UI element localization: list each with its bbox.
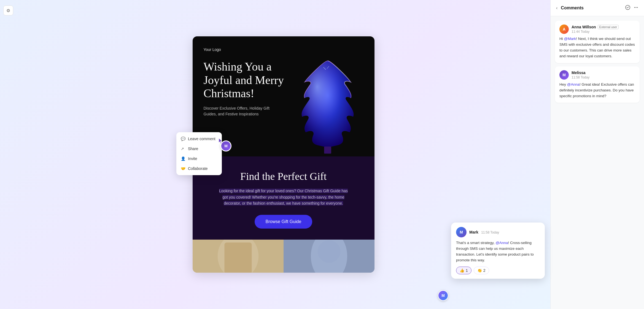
comment-name-row-melissa: Melissa [572, 71, 589, 75]
gift-section-text: Looking for the ideal gift for your love… [217, 188, 350, 206]
comment-meta-melissa: Melissa 11:58 Today [572, 71, 589, 79]
product-thumb-2 [284, 240, 374, 273]
svg-point-10 [634, 7, 635, 8]
comments-panel-title: Comments [561, 6, 584, 10]
comments-panel: ‹ Comments A [550, 0, 644, 309]
svg-rect-0 [324, 147, 331, 154]
floating-commenter-name: Mark [469, 230, 478, 234]
share-icon: ↗ [181, 147, 185, 151]
thumbs-up-count: 1 [466, 268, 468, 273]
comment-time-melissa: 11:58 Today [572, 75, 589, 79]
comment-icon: 💬 [181, 137, 185, 141]
comment-meta-anna: Anna Willson External user 11:44 Today [572, 25, 619, 34]
context-menu-share-label: Share [188, 147, 198, 151]
reactions-row: 👍 1 👏 2 [456, 267, 540, 274]
tree-svg [292, 57, 363, 156]
context-menu-collaborate[interactable]: 🤝 Collaborate [176, 164, 222, 174]
collaborate-icon: 🤝 [181, 166, 185, 171]
mention-anna-1: @Anna [567, 82, 580, 86]
reaction-thumbs-up[interactable]: 👍 1 [456, 267, 471, 274]
external-badge-anna: External user [598, 25, 619, 29]
mention-anna-2: @Anna [495, 241, 508, 245]
back-arrow-button[interactable]: ‹ [556, 6, 557, 10]
floating-comment-header: M Mark 11:58 Today [456, 227, 540, 237]
reaction-clap[interactable]: 👏 2 [474, 267, 489, 274]
more-options-icon[interactable] [634, 5, 638, 11]
context-menu-invite-label: Invite [188, 156, 197, 161]
comment-time-anna: 11:44 Today [572, 30, 619, 34]
left-sidebar: ⚙ [0, 0, 17, 309]
comment-text-melissa: Hey @Anna! Great idea! Exclusive offers … [559, 82, 635, 99]
logo-text: Your Logo [204, 47, 363, 52]
gear-button[interactable]: ⚙ [3, 6, 13, 15]
comments-header-right [625, 5, 638, 11]
thumbs-up-emoji: 👍 [460, 268, 464, 273]
floating-comment-time: 11:58 Today [481, 231, 499, 234]
hero-title: Wishing You a Joyful and Merry Christmas… [204, 60, 292, 100]
comment-header-anna: A Anna Willson External user 11:44 Today [559, 25, 635, 34]
comments-list: A Anna Willson External user 11:44 Today… [551, 16, 644, 309]
context-menu: 💬 Leave comment ↗ Share 👤 Invite 🤝 Colla… [176, 132, 222, 175]
svg-rect-5 [224, 242, 252, 273]
context-menu-leave-comment[interactable]: 💬 Leave comment [176, 134, 222, 144]
context-menu-leave-comment-label: Leave comment [188, 137, 215, 141]
commenter-name-anna: Anna Willson [572, 25, 596, 29]
comment-header-melissa: M Melissa 11:58 Today [559, 70, 635, 80]
context-menu-share[interactable]: ↗ Share [176, 144, 222, 154]
comment-card-melissa: M Melissa 11:58 Today Hey @Anna! Great i… [555, 66, 640, 103]
hero-subtitle: Discover Exclusive Offers, Holiday Gift … [204, 105, 270, 117]
floating-avatar-mark: M [456, 227, 467, 237]
svg-point-8 [317, 240, 340, 263]
avatar-anna: A [559, 25, 569, 34]
gift-section-title: Find the Perfect Gift [204, 170, 363, 182]
comment-text-anna: Hi @Mark! Next, I think we should send o… [559, 36, 635, 59]
user-cursor: M [220, 140, 231, 151]
commenter-name-melissa: Melissa [572, 71, 586, 75]
bottom-floating-avatar: M [438, 290, 448, 301]
clap-emoji: 👏 [477, 268, 482, 273]
christmas-tree [292, 57, 363, 156]
floating-comment-mark: M Mark 11:58 Today That's a smart strate… [451, 223, 545, 279]
invite-icon: 👤 [181, 156, 185, 161]
clap-count: 2 [483, 268, 486, 273]
floating-comment-meta: Mark 11:58 Today [469, 230, 499, 235]
gear-icon: ⚙ [6, 8, 10, 13]
comment-name-row-anna: Anna Willson External user [572, 25, 619, 29]
avatar-melissa: M [559, 70, 569, 80]
mention-mark: @Mark [564, 37, 576, 41]
svg-point-12 [637, 7, 638, 8]
hero-text: Wishing You a Joyful and Merry Christmas… [204, 57, 292, 117]
context-menu-invite[interactable]: 👤 Invite [176, 154, 222, 164]
check-icon[interactable] [625, 5, 630, 11]
comments-header-left: ‹ Comments [556, 6, 584, 10]
comment-card-anna: A Anna Willson External user 11:44 Today… [555, 21, 640, 63]
comments-header: ‹ Comments [551, 0, 644, 16]
browse-gift-guide-button[interactable]: Browse Gift Guide [255, 215, 312, 229]
svg-point-11 [636, 7, 637, 8]
product-thumb-1 [193, 240, 284, 273]
gift-text-highlighted: Looking for the ideal gift for your love… [219, 189, 348, 205]
floating-comment-text: That's a smart strategy, @Anna! Cross-se… [456, 240, 540, 263]
context-menu-collaborate-label: Collaborate [188, 166, 208, 171]
products-row [193, 240, 374, 273]
